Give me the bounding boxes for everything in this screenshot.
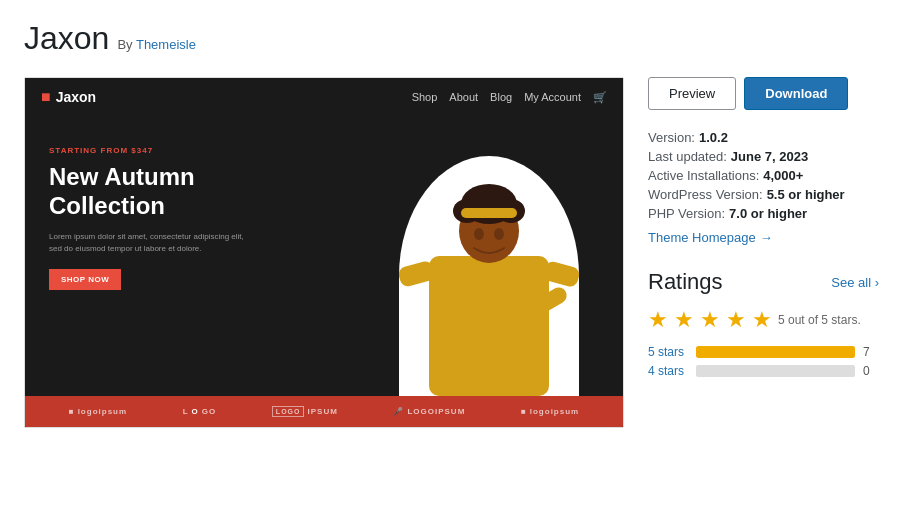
star-2: ★	[674, 307, 694, 333]
jaxon-mock: ■ Jaxon Shop About Blog My Account 🛒 STA…	[25, 78, 623, 427]
main-content: ■ Jaxon Shop About Blog My Account 🛒 STA…	[24, 77, 879, 428]
jaxon-nav: ■ Jaxon Shop About Blog My Account 🛒	[25, 78, 623, 116]
version-row: Version: 1.0.2	[648, 130, 879, 145]
svg-point-6	[474, 228, 484, 240]
wp-version-row: WordPress Version: 5.5 or higher	[648, 187, 879, 202]
info-panel: Preview Download Version: 1.0.2 Last upd…	[648, 77, 879, 428]
jaxon-logo-icon: ■	[41, 88, 51, 106]
ratings-header: Ratings See all ›	[648, 269, 879, 295]
star-1: ★	[648, 307, 668, 333]
action-buttons: Preview Download	[648, 77, 879, 110]
5star-count: 7	[863, 345, 879, 359]
last-updated-row: Last updated: June 7, 2023	[648, 149, 879, 164]
ratings-section: Ratings See all › ★ ★ ★ ★ ★ 5 out of 5 s…	[648, 269, 879, 378]
page-title: Jaxon	[24, 20, 109, 57]
svg-rect-5	[461, 208, 517, 218]
svg-point-7	[494, 228, 504, 240]
5star-link[interactable]: 5 stars	[648, 345, 688, 359]
theme-author: By Themeisle	[117, 37, 196, 52]
jaxon-cta-button[interactable]: SHOP NOW	[49, 269, 121, 290]
preview-panel: ■ Jaxon Shop About Blog My Account 🛒 STA…	[24, 77, 624, 428]
stars-label: 5 out of 5 stars.	[778, 313, 861, 327]
jaxon-hero-text: STARTING FROM $347 New AutumnCollection …	[49, 136, 379, 396]
star-5: ★	[752, 307, 772, 333]
logo-item-3: LOGOIPSUM	[272, 406, 338, 417]
jaxon-nav-links: Shop About Blog My Account 🛒	[412, 91, 607, 104]
download-button[interactable]: Download	[744, 77, 848, 110]
5star-fill	[696, 346, 855, 358]
jaxon-hero-image	[379, 136, 599, 396]
logo-item-2: LOGO	[183, 407, 217, 416]
star-3: ★	[700, 307, 720, 333]
jaxon-logo: ■ Jaxon	[41, 88, 96, 106]
jaxon-logos-bar: ■ logoipsum LOGO LOGOIPSUM 🎤LOGOIPSUM ■l…	[25, 396, 623, 427]
author-link[interactable]: Themeisle	[136, 37, 196, 52]
jaxon-model-card	[399, 156, 579, 396]
jaxon-hero-desc: Lorem ipsum dolor sit amet, consectetur …	[49, 231, 249, 255]
rating-bar-4stars: 4 stars 0	[648, 364, 879, 378]
4star-count: 0	[863, 364, 879, 378]
jaxon-hero: STARTING FROM $347 New AutumnCollection …	[25, 116, 623, 396]
see-all-link[interactable]: See all ›	[831, 275, 879, 290]
logo-item-5: ■logoipsum	[521, 407, 579, 416]
jaxon-hero-heading: New AutumnCollection	[49, 163, 379, 221]
logo-item-4: 🎤LOGOIPSUM	[393, 407, 465, 416]
preview-button[interactable]: Preview	[648, 77, 736, 110]
ratings-title: Ratings	[648, 269, 723, 295]
svg-rect-0	[429, 256, 549, 396]
4star-track	[696, 365, 855, 377]
rating-bar-5stars: 5 stars 7	[648, 345, 879, 359]
active-installs-row: Active Installations: 4,000+	[648, 168, 879, 183]
theme-homepage-link[interactable]: Theme Homepage →	[648, 230, 773, 245]
5star-track	[696, 346, 855, 358]
php-version-row: PHP Version: 7.0 or higher	[648, 206, 879, 221]
jaxon-hero-tag: STARTING FROM $347	[49, 146, 379, 155]
meta-info: Version: 1.0.2 Last updated: June 7, 202…	[648, 130, 879, 245]
theme-preview: ■ Jaxon Shop About Blog My Account 🛒 STA…	[24, 77, 624, 428]
stars-summary: ★ ★ ★ ★ ★ 5 out of 5 stars.	[648, 307, 879, 333]
logo-item-1: ■ logoipsum	[69, 407, 127, 416]
rating-bars: 5 stars 7 4 stars 0	[648, 345, 879, 378]
4star-link[interactable]: 4 stars	[648, 364, 688, 378]
page-header: Jaxon By Themeisle	[24, 20, 879, 57]
theme-homepage-row: Theme Homepage →	[648, 229, 879, 245]
star-4: ★	[726, 307, 746, 333]
